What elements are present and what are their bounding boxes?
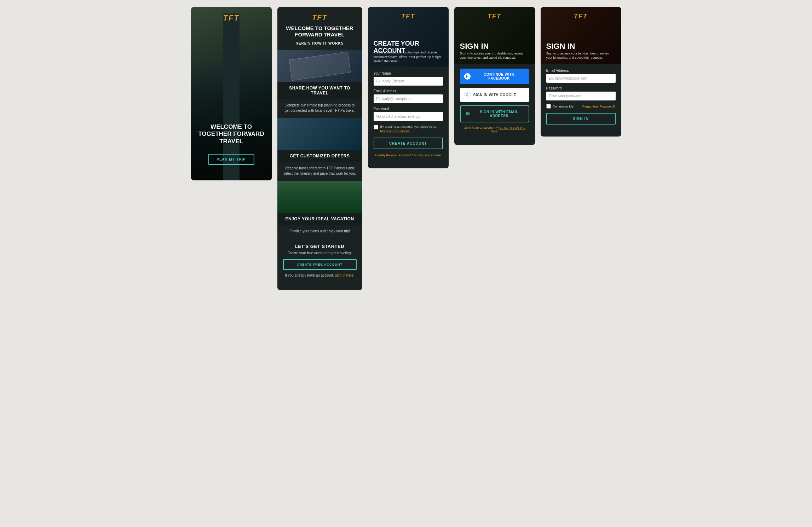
- step1-desc: Complete our simple trip planning proces…: [277, 99, 362, 118]
- step3-title: ENJOY YOUR IDEAL VACATION: [283, 216, 357, 221]
- signin-prefix: If you already have an account,: [285, 273, 334, 277]
- plan-my-trip-button[interactable]: PLAN MY TRIP: [208, 154, 254, 165]
- panel4-body: f CONTINUE WITH FACEBOOK G SIGN IN WITH …: [454, 64, 535, 138]
- step1-background: [277, 50, 362, 82]
- name-field: Your Name: [374, 71, 443, 86]
- create-account-form: Your Name Email Address Password By crea…: [368, 67, 449, 161]
- email-icon: ✉: [465, 111, 471, 117]
- terms-checkbox[interactable]: [374, 125, 378, 129]
- signin-subtitle-panel4: Sign in to access your trip dashboard, r…: [460, 51, 529, 60]
- already-have-account-text: Already have an account? You can sign in…: [374, 154, 443, 157]
- name-input[interactable]: [374, 77, 443, 86]
- step2-desc: Receive travel offers from TFT Partners …: [277, 162, 362, 181]
- email-field: Email Address: [374, 89, 443, 103]
- signin-title-panel5: SIGN IN: [546, 42, 575, 51]
- create-account-button[interactable]: CREATE ACCOUNT: [374, 138, 443, 149]
- email-label: Email Address: [374, 89, 443, 93]
- panel5-body: Email Address Password Remember Me Forgo…: [541, 64, 621, 129]
- hero-title: WELCOME TO TOGETHER FORWARD TRAVEL: [197, 123, 266, 145]
- continue-with-facebook-button[interactable]: f CONTINUE WITH FACEBOOK: [460, 69, 529, 84]
- remember-label: Remember Me: [553, 105, 574, 108]
- signin-link[interactable]: sign in here.: [335, 273, 354, 277]
- signin-with-google-button[interactable]: G SIGN IN WITH GOOGLE: [460, 88, 529, 102]
- step1-title: SHARE HOW YOU WANT TO TRAVEL: [283, 86, 357, 95]
- terms-row: By creating an account, you agree to our…: [374, 124, 443, 133]
- step3-desc: Finalize your plans and enjoy your trip!: [277, 225, 362, 239]
- email-input-panel5[interactable]: [546, 74, 616, 83]
- panel3-header: TFT CREATE YOUR ACCOUNT Create your acco…: [368, 7, 449, 67]
- panel2-header: TFT WELCOME TO TOGETHER FORWARD TRAVEL H…: [277, 7, 362, 50]
- remember-left: Remember Me: [546, 104, 574, 109]
- step1-label: SHARE HOW YOU WANT TO TRAVEL: [277, 82, 362, 99]
- sign-in-link[interactable]: You can sign in here.: [412, 154, 442, 157]
- cta-title: LET'S GET STARTED: [283, 244, 357, 249]
- step3-description: Finalize your plans and enjoy your trip!: [283, 228, 357, 234]
- panel2-title: WELCOME TO TOGETHER FORWARD TRAVEL: [283, 25, 357, 38]
- password-input[interactable]: [374, 112, 443, 121]
- panel-signin-social: TFT SIGN IN Sign in to access your trip …: [454, 7, 535, 145]
- google-icon: G: [464, 92, 471, 98]
- step3-background: [277, 181, 362, 213]
- create-account-subtitle: Create your account to plan trips and re…: [374, 50, 443, 64]
- signin-submit-button[interactable]: SIGN IN: [546, 113, 616, 124]
- step1-map-decoration: [289, 52, 351, 81]
- password-label-panel5: Password: [546, 86, 616, 90]
- panel4-header: TFT SIGN IN Sign in to access your trip …: [454, 7, 535, 64]
- logo-panel4: TFT: [488, 13, 501, 20]
- signin-subtitle-panel5: Sign in to access your trip dashboard, r…: [546, 51, 616, 60]
- step2-background: [277, 118, 362, 150]
- step1-description: Complete our simple trip planning proces…: [283, 103, 357, 113]
- cta-desc: Create your free account to get travelin…: [283, 251, 357, 255]
- how-it-works-subtitle: HERE'S HOW IT WORKS: [283, 41, 357, 45]
- panel2-signin-text: If you already have an account, sign in …: [283, 273, 357, 282]
- remember-me-checkbox[interactable]: [546, 104, 551, 109]
- password-label: Password: [374, 107, 443, 111]
- panel-signin-email: TFT SIGN IN Sign in to access your trip …: [541, 7, 621, 137]
- signin-with-email-button[interactable]: ✉ SIGN IN WITH EMAIL ADDRESS: [460, 105, 529, 122]
- create-free-account-button[interactable]: CREATE FREE ACCOUNT: [283, 259, 357, 270]
- step2-description: Receive travel offers from TFT Partners …: [283, 166, 357, 176]
- forgot-password-link[interactable]: Forgot Your Password?: [582, 105, 616, 108]
- step-1-block: SHARE HOW YOU WANT TO TRAVEL Complete ou…: [277, 50, 362, 118]
- panel-welcome: TFT WELCOME TO TOGETHER FORWARD TRAVEL P…: [191, 7, 272, 180]
- signin-title-panel4: SIGN IN: [460, 42, 489, 51]
- logo-panel2: TFT: [283, 13, 357, 22]
- waterfall-decoration: [277, 181, 362, 213]
- remember-row: Remember Me Forgot Your Password?: [546, 104, 616, 109]
- hero-text-block: WELCOME TO TOGETHER FORWARD TRAVEL: [191, 123, 272, 145]
- logo-panel3: TFT: [401, 13, 415, 20]
- facebook-icon: f: [464, 73, 471, 80]
- logo-panel5: TFT: [574, 13, 588, 20]
- step3-label: ENJOY YOUR IDEAL VACATION: [277, 213, 362, 225]
- panel-create-account: TFT CREATE YOUR ACCOUNT Create your acco…: [368, 7, 449, 168]
- password-field: Password: [374, 107, 443, 121]
- panel5-header: TFT SIGN IN Sign in to access your trip …: [541, 7, 621, 64]
- password-input-panel5[interactable]: [546, 92, 616, 100]
- panel2-cta: LET'S GET STARTED Create your free accou…: [277, 239, 362, 290]
- step2-label: GET CUSTOMIZED OFFERS: [277, 150, 362, 162]
- email-label-panel5: Email Address: [546, 69, 616, 73]
- name-label: Your Name: [374, 71, 443, 75]
- email-input[interactable]: [374, 94, 443, 103]
- terms-text: By creating an account, you agree to our…: [380, 124, 443, 133]
- panel-how-it-works: TFT WELCOME TO TOGETHER FORWARD TRAVEL H…: [277, 7, 362, 290]
- step-3-block: ENJOY YOUR IDEAL VACATION Finalize your …: [277, 181, 362, 239]
- step2-title: GET CUSTOMIZED OFFERS: [283, 154, 357, 158]
- step-2-block: GET CUSTOMIZED OFFERS Receive travel off…: [277, 118, 362, 181]
- terms-link[interactable]: terms and conditions.: [380, 129, 411, 133]
- no-account-text: Don't have an account? You can create on…: [460, 126, 529, 133]
